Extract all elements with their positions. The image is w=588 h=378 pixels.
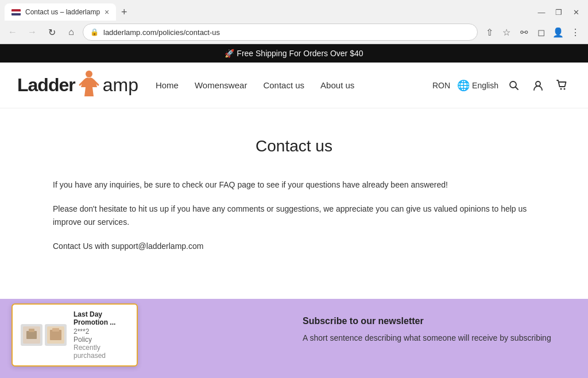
tab-favicon [11, 9, 21, 15]
bookmark-icon[interactable]: ☆ [498, 24, 514, 40]
newsletter-title: Subscribe to our newsletter [303, 316, 552, 326]
svg-line-4 [516, 87, 519, 89]
svg-rect-9 [26, 331, 37, 339]
logo-text-ladder: Ladder [17, 75, 75, 96]
language-selector[interactable]: 🌐 English [457, 79, 498, 92]
lock-icon: 🔒 [90, 28, 99, 36]
address-text: ladderlamp.com/policies/contact-us [103, 28, 470, 37]
tab-close-button[interactable]: × [105, 8, 109, 16]
language-label: English [472, 81, 498, 90]
split-view-icon[interactable]: ◻ [533, 24, 549, 40]
extensions-icon[interactable]: ⚯ [516, 24, 532, 40]
popup-product-image-1 [21, 324, 42, 346]
maximize-button[interactable]: ❐ [551, 5, 566, 20]
window-controls: — ❐ ✕ [534, 5, 583, 20]
menu-icon[interactable]: ⋮ [567, 24, 583, 40]
logo[interactable]: Ladder amp [17, 70, 138, 101]
svg-rect-10 [29, 329, 34, 332]
logo-figure-icon [76, 70, 102, 101]
close-button[interactable]: ✕ [568, 5, 583, 20]
currency-selector[interactable]: RON [432, 81, 450, 90]
announcement-bar: 🚀 Free Shipping For Orders Over $40 [0, 44, 588, 63]
forward-button[interactable]: → [24, 24, 40, 40]
nav-about[interactable]: About us [320, 80, 354, 90]
popup-product-title: Last Day Promotion ... [74, 310, 129, 326]
search-icon[interactable] [505, 77, 523, 94]
cart-icon[interactable] [554, 77, 571, 94]
newsletter-desc: A short sentence describing what someone… [303, 332, 552, 344]
popup-user: 2***2 [74, 328, 129, 336]
popup-policy: Policy [74, 336, 129, 344]
svg-point-0 [86, 71, 92, 77]
svg-point-7 [564, 88, 566, 89]
account-icon[interactable] [529, 77, 547, 94]
popup-info: Last Day Promotion ... 2***2 Policy Rece… [74, 310, 129, 360]
svg-rect-13 [52, 328, 59, 332]
page-content: Contact us If you have any inquiries, be… [36, 108, 552, 299]
address-bar[interactable]: 🔒 ladderlamp.com/policies/contact-us [83, 24, 478, 41]
nav-womenswear[interactable]: Womenswear [195, 80, 247, 90]
header-right: RON 🌐 English [432, 77, 571, 94]
title-bar: Contact us – ladderlamp × + — ❐ ✕ [0, 0, 588, 21]
logo-text-amp: amp [103, 75, 138, 96]
reload-button[interactable]: ↻ [44, 24, 60, 40]
contact-paragraph-3: Contact Us with support@ladderlamp.com [53, 240, 535, 252]
contact-paragraph-2: Please don't hesitate to hit us up if yo… [53, 202, 535, 228]
home-button[interactable]: ⌂ [63, 24, 79, 40]
address-bar-row: ← → ↻ ⌂ 🔒 ladderlamp.com/policies/contac… [0, 21, 588, 44]
popup-product-image-2 [45, 324, 67, 346]
browser-chrome: Contact us – ladderlamp × + — ❐ ✕ ← → ↻ … [0, 0, 588, 44]
profile-icon[interactable]: 👤 [550, 24, 566, 40]
nav-home[interactable]: Home [156, 80, 179, 90]
toolbar-actions: ⇧ ☆ ⚯ ◻ 👤 ⋮ [481, 24, 583, 40]
active-tab[interactable]: Contact us – ladderlamp × [5, 3, 116, 21]
notification-popup: Last Day Promotion ... 2***2 Policy Rece… [11, 303, 138, 367]
minimize-button[interactable]: — [534, 5, 549, 20]
newsletter-section: Subscribe to our newsletter A short sent… [303, 316, 552, 344]
svg-point-5 [536, 81, 540, 86]
tab-title: Contact us – ladderlamp [25, 8, 100, 16]
contact-paragraph-1: If you have any inquiries, be sure to ch… [53, 178, 535, 191]
popup-images [21, 324, 67, 346]
page-title: Contact us [53, 137, 535, 155]
popup-status: Recently purchased [74, 344, 129, 360]
back-button[interactable]: ← [5, 24, 21, 40]
svg-point-6 [560, 88, 562, 89]
main-nav: Home Womenswear Contact us About us [156, 80, 432, 90]
announcement-text: 🚀 Free Shipping For Orders Over $40 [225, 49, 363, 58]
share-icon[interactable]: ⇧ [481, 24, 497, 40]
nav-contact[interactable]: Contact us [263, 80, 304, 90]
globe-icon: 🌐 [457, 79, 470, 92]
site-header: Ladder amp Home Womenswear Contact us Ab… [0, 63, 588, 108]
new-tab-button[interactable]: + [116, 4, 132, 20]
